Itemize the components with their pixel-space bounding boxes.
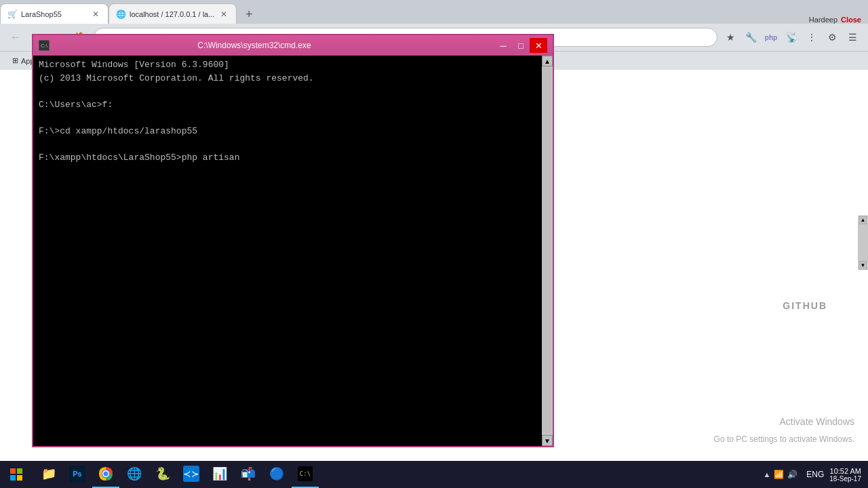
ie-icon: 🌐 — [126, 466, 142, 482]
cmd-line-3 — [39, 85, 536, 98]
bookmark-icon[interactable]: ★ — [722, 28, 739, 46]
php-icon[interactable]: php — [762, 28, 780, 46]
cmd-body: Microsoft Windows [Version 6.3.9600] (c)… — [33, 56, 553, 446]
tab-bar-right: Hardeep Close — [809, 16, 868, 24]
taskbar-file-explorer[interactable]: 📁 — [35, 461, 62, 488]
svg-point-6 — [104, 472, 108, 476]
cmd-line-5 — [39, 111, 536, 125]
taskbar-chrome[interactable] — [92, 461, 119, 488]
cmd-window-icon: C:\ — [39, 40, 50, 51]
tab-bar: 🛒 LaraShop55 ✕ 🌐 localhost / 127.0.0.1 /… — [0, 0, 868, 24]
svg-rect-3 — [17, 475, 22, 481]
taskbar-photoshop[interactable]: Ps — [64, 461, 91, 488]
cmd-window: C:\ C:\Windows\system32\cmd.exe ─ □ ✕ Mi… — [32, 34, 554, 447]
svg-rect-0 — [10, 468, 16, 474]
windows-logo-icon — [9, 468, 23, 481]
cmd-icon: C:\ — [298, 466, 313, 481]
cmd-line-1: Microsoft Windows [Version 6.3.9600] — [39, 58, 536, 72]
scroll-track — [858, 224, 868, 261]
tab-title-1: LaraShop55 — [21, 10, 86, 18]
tab-larashop[interactable]: 🛒 LaraShop55 ✕ — [0, 3, 108, 24]
tab-favicon-1: 🛒 — [7, 9, 17, 19]
toolbar-icons: ★ 🔧 php 📡 ⋮ ⚙ ☰ — [722, 28, 861, 46]
clock: 10:52 AM 18-Sep-17 — [829, 467, 861, 483]
network-icon: 📶 — [774, 470, 784, 479]
cmd-scroll-up[interactable]: ▲ — [542, 56, 553, 66]
cmd-titlebar: C:\ C:\Windows\system32\cmd.exe ─ □ ✕ — [33, 35, 553, 56]
app5-icon: 🐍 — [155, 466, 171, 482]
svg-rect-1 — [17, 468, 22, 474]
taskbar-app8[interactable]: 📬 — [235, 461, 262, 488]
vscode-icon: ≺≻ — [183, 466, 199, 482]
cmd-line-4: C:\Users\ac>f: — [39, 98, 536, 112]
photoshop-icon: Ps — [69, 466, 85, 482]
system-tray: ▲ 📶 🔊 — [760, 470, 801, 479]
taskbar-vscode[interactable]: ≺≻ — [178, 461, 205, 488]
taskbar-cmd[interactable]: C:\ — [292, 461, 319, 488]
cmd-line-6: F:\>cd xampp/htdocs/larashop55 — [39, 125, 536, 138]
extension-icon[interactable]: 🔧 — [742, 28, 760, 46]
cmd-maximize-btn[interactable]: □ — [512, 38, 530, 53]
scroll-up-btn[interactable]: ▲ — [859, 216, 867, 224]
taskbar-apps: 📁 Ps 🌐 🐍 — [33, 461, 760, 488]
taskbar-ie[interactable]: 🌐 — [121, 461, 148, 488]
github-label: GITHUB — [783, 300, 827, 311]
language-indicator: ENG — [806, 470, 824, 479]
user-name: Hardeep — [809, 16, 837, 24]
tab-localhost[interactable]: 🌐 localhost / 127.0.0.1 / la... ✕ — [108, 3, 237, 24]
cmd-line-2: (c) 2013 Microsoft Corporation. All righ… — [39, 72, 536, 85]
tab-title-2: localhost / 127.0.0.1 / la... — [130, 10, 214, 18]
app7-icon: 📊 — [212, 466, 228, 482]
date-display: 18-Sep-17 — [829, 475, 861, 483]
cmd-scrollbar[interactable]: ▲ ▼ — [542, 56, 553, 446]
activate-windows-sub: Go to PC settings to activate Windows. — [714, 434, 854, 444]
apps-grid-icon: ⊞ — [12, 56, 18, 65]
apps-icon[interactable]: ⋮ — [803, 28, 821, 46]
cmd-minimize-btn[interactable]: ─ — [494, 38, 512, 53]
cast-icon[interactable]: 📡 — [783, 28, 800, 46]
volume-icon[interactable]: 🔊 — [787, 470, 797, 479]
cmd-close-btn[interactable]: ✕ — [530, 38, 547, 53]
app9-icon: 🔵 — [269, 466, 285, 482]
cmd-line-7 — [39, 138, 536, 151]
cmd-line-8: F:\xampp\htdocs\LaraShop55>php artisan — [39, 151, 536, 165]
start-button[interactable] — [0, 461, 33, 488]
scroll-down-btn[interactable]: ▼ — [859, 261, 867, 270]
taskbar: 📁 Ps 🌐 🐍 — [0, 461, 868, 488]
tab-favicon-2: 🌐 — [116, 9, 125, 19]
svg-rect-2 — [10, 475, 16, 481]
tab-close-1[interactable]: ✕ — [90, 9, 101, 20]
chrome-icon — [98, 466, 114, 482]
time-display: 10:52 AM — [829, 467, 861, 475]
cmd-title: C:\Windows\system32\cmd.exe — [55, 41, 454, 50]
file-explorer-icon: 📁 — [41, 466, 57, 482]
cmd-scroll-down[interactable]: ▼ — [542, 435, 553, 446]
cmd-terminal[interactable]: Microsoft Windows [Version 6.3.9600] (c)… — [33, 56, 542, 446]
taskbar-app7[interactable]: 📊 — [206, 461, 233, 488]
close-button[interactable]: Close — [841, 16, 861, 24]
activate-windows-label: Activate Windows — [780, 416, 854, 427]
settings-icon[interactable]: ⚙ — [823, 28, 841, 46]
cmd-controls: ─ □ ✕ — [494, 38, 547, 53]
show-hidden-icons-btn[interactable]: ▲ — [763, 470, 770, 479]
tab-close-2[interactable]: ✕ — [218, 9, 229, 20]
back-button[interactable]: ← — [7, 28, 24, 46]
taskbar-app5[interactable]: 🐍 — [149, 461, 176, 488]
app8-icon: 📬 — [240, 466, 256, 482]
page-scrollbar[interactable]: ▲ ▼ — [858, 216, 868, 270]
new-tab-button[interactable]: + — [239, 5, 258, 24]
taskbar-app9[interactable]: 🔵 — [263, 461, 290, 488]
menu-icon[interactable]: ☰ — [844, 28, 861, 46]
taskbar-right: ▲ 📶 🔊 ENG 10:52 AM 18-Sep-17 — [760, 467, 868, 483]
